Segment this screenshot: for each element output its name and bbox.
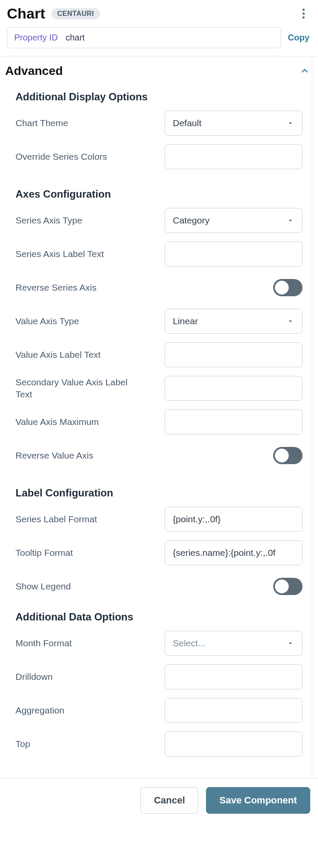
aggregation-input[interactable] [165, 698, 302, 723]
series-axis-label-row: Series Axis Label Text [16, 237, 302, 271]
show-legend-row: Show Legend [16, 570, 302, 603]
advanced-content: Additional Display Options Chart Theme D… [5, 81, 313, 778]
value-axis-label-input[interactable] [165, 342, 302, 367]
property-id-label: Property ID [14, 33, 58, 43]
month-format-placeholder: Select... [173, 638, 206, 648]
value-axis-max-label: Value Axis Maximum [16, 416, 145, 428]
secondary-value-label-label: Secondary Value Axis Label Text [16, 376, 145, 401]
tooltip-format-label: Tooltip Format [16, 547, 145, 559]
drilldown-row: Drilldown [16, 660, 302, 694]
chart-theme-label: Chart Theme [16, 117, 145, 129]
month-format-row: Month Format Select... [16, 626, 302, 660]
value-axis-type-value: Linear [173, 316, 198, 326]
tooltip-format-text[interactable] [173, 548, 294, 558]
save-button[interactable]: Save Component [206, 787, 310, 814]
show-legend-label: Show Legend [16, 580, 145, 592]
override-colors-text[interactable] [173, 152, 294, 162]
caret-down-icon [287, 119, 294, 127]
top-input[interactable] [165, 732, 302, 756]
value-axis-max-row: Value Axis Maximum [16, 405, 302, 439]
value-axis-type-label: Value Axis Type [16, 315, 145, 327]
caret-down-icon [287, 317, 294, 325]
axes-config-heading: Axes Configuration [16, 188, 302, 200]
value-axis-label-text[interactable] [173, 350, 294, 360]
value-axis-label-label: Value Axis Label Text [16, 349, 145, 361]
series-axis-type-row: Series Axis Type Category [16, 204, 302, 237]
reverse-value-toggle[interactable] [273, 447, 302, 464]
secondary-value-label-row: Secondary Value Axis Label Text [16, 372, 302, 405]
series-axis-type-select[interactable]: Category [165, 208, 302, 233]
caret-down-icon [287, 639, 294, 647]
drilldown-label: Drilldown [16, 671, 145, 683]
reverse-value-label: Reverse Value Axis [16, 450, 145, 462]
top-label: Top [16, 738, 145, 750]
chart-theme-select[interactable]: Default [165, 111, 302, 136]
value-axis-type-select[interactable]: Linear [165, 309, 302, 334]
tooltip-format-input[interactable] [165, 540, 302, 565]
month-format-label: Month Format [16, 637, 145, 649]
panel-title: Chart [7, 5, 45, 22]
reverse-series-label: Reverse Series Axis [16, 282, 145, 294]
secondary-value-label-input[interactable] [165, 376, 302, 401]
chart-theme-row: Chart Theme Default [16, 106, 302, 140]
aggregation-text[interactable] [173, 705, 294, 716]
override-colors-input[interactable] [165, 144, 302, 169]
series-label-format-text[interactable] [173, 514, 294, 524]
data-options-heading: Additional Data Options [16, 611, 302, 623]
property-id-value: chart [65, 33, 84, 43]
top-row: Top [16, 727, 302, 761]
chart-theme-value: Default [173, 118, 202, 128]
aggregation-row: Aggregation [16, 694, 302, 727]
series-axis-label-label: Series Axis Label Text [16, 248, 145, 260]
caret-down-icon [287, 217, 294, 224]
property-id-box: Property ID chart [7, 27, 281, 48]
drilldown-text[interactable] [173, 672, 294, 682]
secondary-value-label-text[interactable] [173, 383, 294, 394]
series-axis-type-label: Series Axis Type [16, 214, 145, 226]
drilldown-input[interactable] [165, 664, 302, 689]
top-text[interactable] [173, 739, 294, 749]
series-label-format-label: Series Label Format [16, 513, 145, 525]
advanced-section-title: Advanced [5, 64, 63, 78]
tooltip-format-row: Tooltip Format [16, 536, 302, 570]
series-label-format-input[interactable] [165, 507, 302, 532]
series-axis-label-input[interactable] [165, 242, 302, 267]
month-format-select[interactable]: Select... [165, 631, 302, 656]
panel-header: Chart CENTAURI [5, 5, 313, 27]
override-colors-label: Override Series Colors [16, 151, 145, 163]
advanced-section-header[interactable]: Advanced [5, 56, 313, 81]
footer-actions: Cancel Save Component [0, 778, 318, 826]
series-axis-type-value: Category [173, 215, 209, 226]
value-axis-label-row: Value Axis Label Text [16, 338, 302, 372]
show-legend-toggle[interactable] [273, 578, 302, 595]
more-menu-icon[interactable] [298, 6, 309, 21]
display-options-heading: Additional Display Options [16, 91, 302, 103]
cancel-button[interactable]: Cancel [140, 787, 198, 814]
properties-panel: Chart CENTAURI Property ID chart Copy Ad… [0, 0, 318, 778]
series-label-format-row: Series Label Format [16, 502, 302, 536]
copy-button[interactable]: Copy [288, 33, 311, 43]
chevron-up-icon[interactable] [300, 66, 309, 76]
reverse-series-row: Reverse Series Axis [16, 271, 302, 304]
reverse-value-row: Reverse Value Axis [16, 439, 302, 472]
series-axis-label-text[interactable] [173, 249, 294, 259]
value-axis-max-text[interactable] [173, 417, 294, 427]
component-type-badge: CENTAURI [51, 8, 100, 19]
value-axis-max-input[interactable] [165, 409, 302, 434]
override-colors-row: Override Series Colors [16, 140, 302, 174]
property-id-row: Property ID chart Copy [5, 27, 313, 56]
value-axis-type-row: Value Axis Type Linear [16, 304, 302, 338]
aggregation-label: Aggregation [16, 704, 145, 716]
label-config-heading: Label Configuration [16, 487, 302, 499]
reverse-series-toggle[interactable] [273, 279, 302, 296]
